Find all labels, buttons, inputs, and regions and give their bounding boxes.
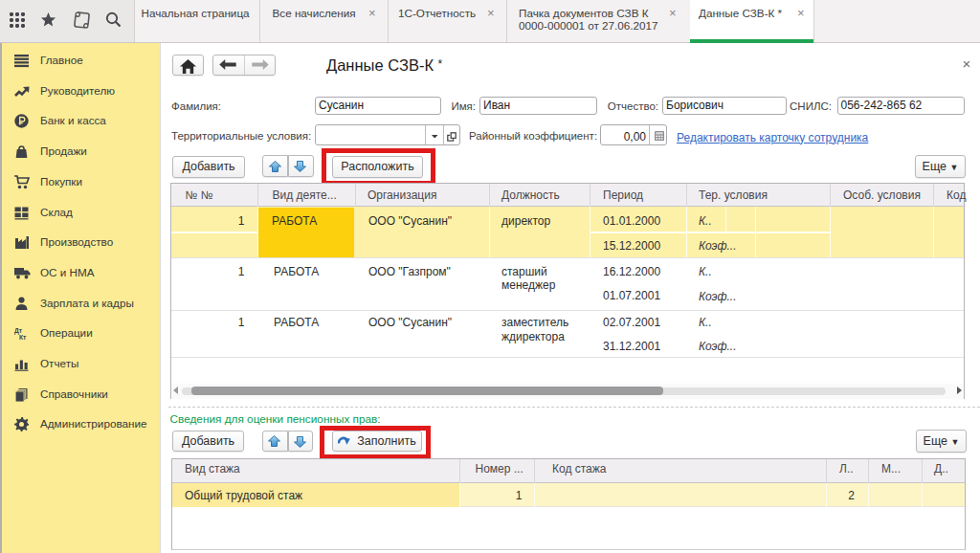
svg-text:Кт: Кт (19, 334, 27, 341)
